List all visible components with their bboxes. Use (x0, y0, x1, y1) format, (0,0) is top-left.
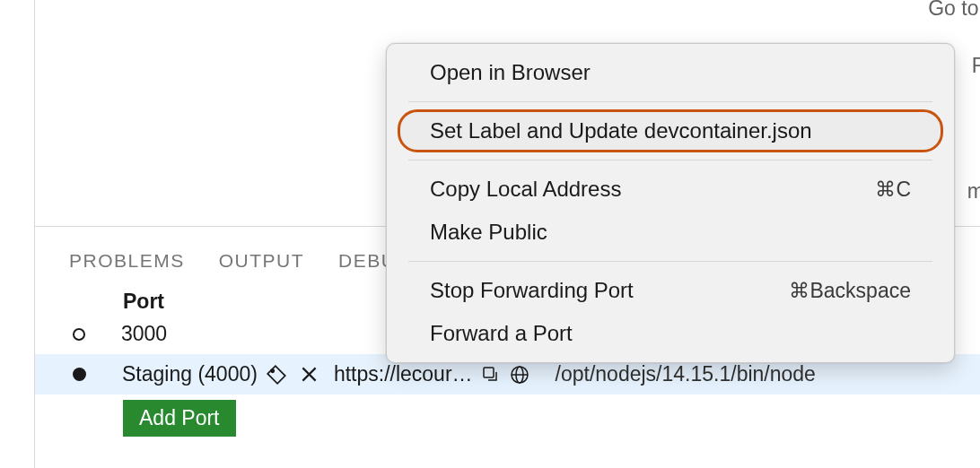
tab-output[interactable]: OUTPUT (219, 250, 304, 272)
fragment-text: Go to l (928, 0, 980, 21)
copy-icon[interactable] (480, 364, 502, 386)
menu-item-label: Forward a Port (430, 321, 573, 346)
fragment-text: Fi (972, 54, 980, 78)
running-process: /opt/nodejs/14.15.1/bin/node (556, 362, 816, 386)
tab-problems[interactable]: PROBLEMS (69, 250, 185, 272)
globe-icon[interactable] (509, 364, 530, 386)
menu-copy-local-address[interactable]: Copy Local Address ⌘C (387, 168, 954, 211)
tag-icon[interactable] (265, 363, 288, 386)
menu-set-label-update[interactable]: Set Label and Update devcontainer.json (387, 109, 954, 152)
menu-item-label: Make Public (430, 220, 547, 245)
menu-separator (408, 101, 932, 102)
fragment-text: mi (967, 179, 980, 204)
menu-stop-forwarding[interactable]: Stop Forwarding Port ⌘Backspace (387, 269, 954, 312)
menu-separator (408, 261, 932, 262)
menu-item-label: Copy Local Address (430, 177, 621, 202)
menu-separator (408, 160, 932, 160)
menu-make-public[interactable]: Make Public (387, 211, 954, 254)
svg-rect-3 (484, 368, 494, 377)
add-port-row: Add Port (35, 394, 980, 437)
forwarded-address[interactable]: https://lecour… (334, 362, 473, 386)
menu-item-label: Stop Forwarding Port (430, 278, 634, 303)
svg-point-0 (271, 369, 274, 372)
menu-item-label: Set Label and Update devcontainer.json (430, 118, 812, 143)
close-icon[interactable] (301, 366, 318, 383)
menu-open-in-browser[interactable]: Open in Browser (387, 51, 954, 94)
menu-item-label: Open in Browser (430, 60, 591, 85)
context-menu: Open in Browser Set Label and Update dev… (386, 43, 955, 363)
port-status-filled-icon (73, 368, 86, 381)
menu-item-shortcut: ⌘Backspace (789, 279, 911, 303)
port-status-open-icon (73, 328, 85, 341)
menu-forward-port[interactable]: Forward a Port (387, 312, 954, 355)
menu-item-shortcut: ⌘C (875, 178, 911, 202)
add-port-button[interactable]: Add Port (123, 400, 236, 437)
port-label: 3000 (121, 322, 167, 346)
port-label: Staging (4000) (122, 362, 258, 386)
